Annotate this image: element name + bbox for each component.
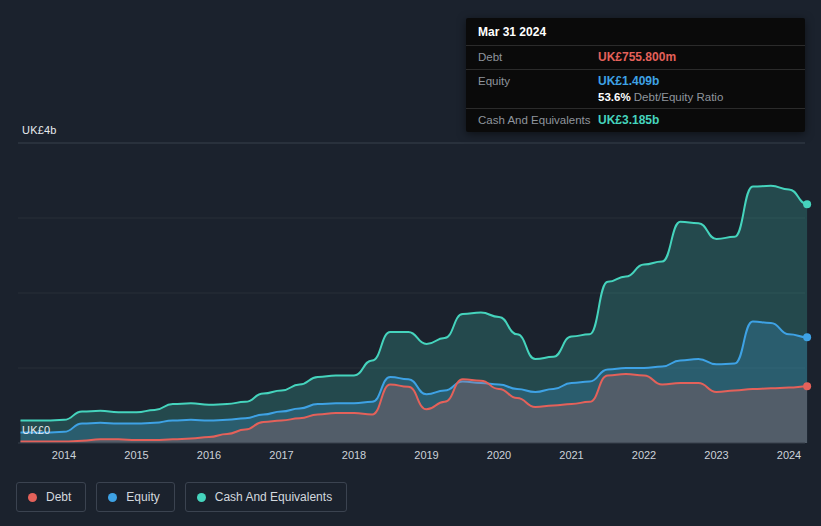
cash-end-dot [803,200,811,208]
x-axis-label-2015: 2015 [124,449,148,461]
tooltip-debt-value: UK£755.800m [598,50,676,64]
y-axis-label-bottom: UK£0 [22,424,50,436]
tooltip-equity-value: UK£1.409b [598,74,723,88]
tooltip-row-debt: Debt UK£755.800m [466,45,805,69]
ratio-value: 53.6% [598,91,631,103]
x-axis-label-2017: 2017 [269,449,293,461]
x-axis-label-2023: 2023 [704,449,728,461]
debt-equity-chart[interactable] [0,133,821,473]
x-axis-label-2024: 2024 [777,449,801,461]
debt-series-dot-icon [28,493,37,502]
x-axis-label-2018: 2018 [342,449,366,461]
chart-legend: Debt Equity Cash And Equivalents [16,482,347,512]
legend-label-cash: Cash And Equivalents [215,490,332,504]
x-axis-label-2022: 2022 [632,449,656,461]
debt-equity-chart-panel: UK£4b UK£0 20142015201620172018201920202… [0,0,821,526]
x-axis: 2014201520162017201820192020202120222023… [0,449,821,465]
debt-end-dot [803,382,811,390]
cash-series-dot-icon [197,493,206,502]
legend-item-equity[interactable]: Equity [96,482,174,512]
x-axis-label-2019: 2019 [414,449,438,461]
tooltip-equity-value-group: UK£1.409b 53.6% Debt/Equity Ratio [598,74,723,103]
legend-label-equity: Equity [126,490,159,504]
y-axis-label-top: UK£4b [22,124,57,136]
tooltip-cash-label: Cash And Equivalents [478,113,598,127]
tooltip-cash-value: UK£3.185b [598,113,659,127]
legend-item-cash[interactable]: Cash And Equivalents [185,482,347,512]
tooltip-equity-label: Equity [478,74,598,103]
tooltip-debt-equity-ratio: 53.6% Debt/Equity Ratio [598,91,723,103]
tooltip-date: Mar 31 2024 [466,18,805,45]
tooltip-debt-label: Debt [478,50,598,64]
legend-label-debt: Debt [46,490,71,504]
ratio-label: Debt/Equity Ratio [634,91,724,103]
legend-item-debt[interactable]: Debt [16,482,86,512]
x-axis-label-2020: 2020 [487,449,511,461]
x-axis-label-2016: 2016 [197,449,221,461]
equity-series-dot-icon [108,493,117,502]
x-axis-label-2014: 2014 [52,449,76,461]
tooltip-row-equity: Equity UK£1.409b 53.6% Debt/Equity Ratio [466,69,805,108]
chart-tooltip: Mar 31 2024 Debt UK£755.800m Equity UK£1… [466,18,805,132]
tooltip-row-cash: Cash And Equivalents UK£3.185b [466,108,805,132]
x-axis-label-2021: 2021 [559,449,583,461]
equity-end-dot [803,333,811,341]
